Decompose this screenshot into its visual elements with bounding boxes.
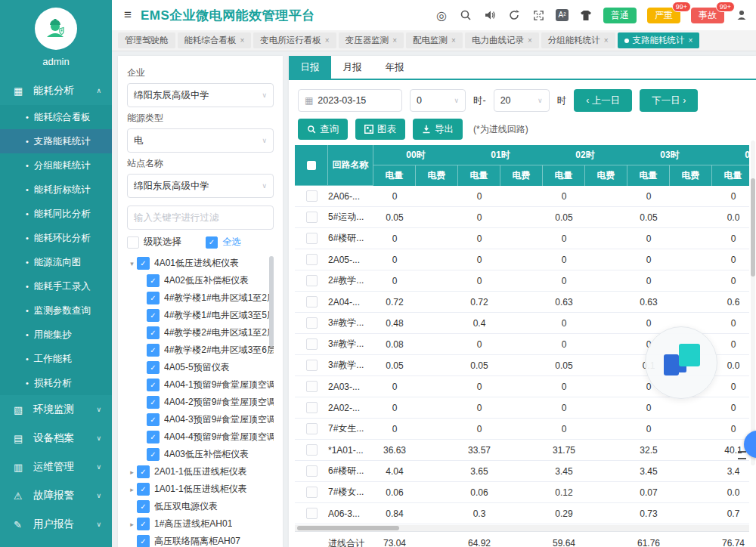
tree-checkbox[interactable]: ✓ (147, 379, 160, 391)
table-row[interactable]: *1A01-... 36.6333.5731.7532.540.1 (295, 440, 749, 461)
table-row[interactable]: 6#楼研... 4.043.653.453.453.4 (295, 461, 749, 482)
submenu-item[interactable]: 能耗折标统计 (0, 178, 112, 202)
row-checkbox[interactable] (306, 444, 318, 456)
query-button[interactable]: 查询 (298, 119, 348, 140)
page-tab[interactable]: 变压器监测 × (339, 32, 404, 48)
tree-checkbox[interactable]: ✓ (147, 431, 160, 443)
tree-row[interactable]: ✓ 4A04-2预留9#食堂屋顶空调机组仪表 (127, 394, 274, 411)
tree-checkbox[interactable]: ✓ (147, 292, 160, 304)
table-row[interactable]: 2A06-... 00000 (295, 186, 749, 207)
menu-group-header[interactable]: ▦ 能耗分析 ∧ (0, 76, 112, 105)
report-tab[interactable]: 日报 (289, 56, 331, 79)
page-tab[interactable]: 配电监测 × (406, 32, 463, 48)
close-icon[interactable]: × (451, 32, 456, 48)
tree-expander-icon[interactable]: ▾ (127, 260, 137, 267)
vertical-scrollbar[interactable] (751, 141, 755, 465)
submenu-item[interactable]: 能源流向图 (0, 250, 112, 274)
table-row[interactable]: 7#女生... 00000 (295, 419, 749, 440)
chart-button[interactable]: 图表 (355, 119, 405, 140)
row-checkbox[interactable] (306, 508, 318, 519)
tree-row[interactable]: ✓ 4#教学楼1#电井区域1至2层动力仪表 (127, 289, 274, 307)
report-tab[interactable]: 月报 (331, 56, 373, 79)
tree-row[interactable]: ▸ ✓ 1A01-1低压进线柜仪表 (127, 481, 274, 498)
date-picker[interactable]: ▦ 2023-03-15 (298, 89, 402, 112)
search-icon[interactable] (459, 8, 472, 22)
row-checkbox[interactable] (306, 465, 318, 477)
menu-group-header[interactable]: ⚙ 系统运行 ∨ (0, 539, 112, 547)
submenu-item[interactable]: 损耗分析 (0, 371, 112, 395)
tree-row[interactable]: ✓ 低压双电源仪表 (127, 498, 274, 515)
table-row[interactable]: 2A02-... 00000 (295, 397, 749, 419)
menu-group-header[interactable]: ▥ 运维管理 ∨ (0, 453, 112, 481)
close-icon[interactable]: × (392, 32, 397, 48)
submenu-item[interactable]: 能耗手工录入 (0, 274, 112, 298)
menu-group-header[interactable]: ▧ 环境监测 ∨ (0, 395, 112, 424)
hour-from-select[interactable]: 0∨ (410, 89, 466, 112)
header-checkbox-cell[interactable] (295, 145, 328, 186)
tree-expander-icon[interactable]: ▸ (127, 468, 137, 476)
table-row[interactable]: 2#教学... 00000 (295, 270, 749, 292)
tree-row[interactable]: ✓ 4A05-5预留仪表 (127, 359, 274, 376)
row-checkbox[interactable] (306, 381, 318, 392)
row-checkbox[interactable] (306, 254, 318, 265)
status-badge-severe[interactable]: 严重99+ (647, 8, 680, 23)
page-tab[interactable]: 分组能耗统计 × (541, 32, 615, 48)
next-day-button[interactable]: 下一日 › (640, 89, 698, 112)
tree-checkbox[interactable]: ✓ (147, 274, 160, 287)
close-icon[interactable]: × (528, 32, 532, 48)
tree-scrollbar[interactable] (269, 256, 274, 347)
tree-row[interactable]: ✓ 4A04-3预留9#食堂屋顶空调机组仪表 (127, 411, 274, 428)
submenu-item[interactable]: 支路能耗统计 (0, 129, 112, 153)
menu-group-header[interactable]: ⚠ 故障报警 ∨ (0, 481, 112, 510)
select-all[interactable]: ✓ 全选 (206, 236, 241, 249)
row-checkbox[interactable] (306, 338, 318, 350)
keyword-filter-input[interactable]: 输入关键字进行过滤 (127, 206, 274, 230)
tree-row[interactable]: ✓ 4#教学楼2#电井区域3至6层动力仪表 (127, 341, 274, 359)
row-checkbox[interactable] (306, 212, 318, 223)
tree-checkbox[interactable]: ✓ (147, 448, 160, 461)
submenu-item[interactable]: 监测参数查询 (0, 298, 112, 323)
select-all-rows-checkbox[interactable] (307, 161, 316, 170)
fullscreen-icon[interactable] (531, 8, 545, 22)
submenu-item[interactable]: 用能集抄 (0, 323, 112, 347)
table-row[interactable]: A06-3... 0.840.30.290.730.7 (295, 503, 749, 524)
row-checkbox[interactable] (306, 233, 318, 244)
page-tab[interactable]: 支路能耗统计 × (618, 32, 700, 48)
status-badge-normal[interactable]: 普通 (603, 8, 637, 23)
table-row[interactable]: 2A04-... 0.720.720.630.630.6 (295, 292, 749, 313)
avatar[interactable] (35, 8, 77, 50)
tree-expander-icon[interactable]: ▸ (127, 486, 137, 493)
tree-row[interactable]: ✓ 4#教学楼1#电井区域3至5层动力仪表 (127, 307, 274, 324)
close-icon[interactable]: × (604, 32, 609, 48)
tree-row[interactable]: ✓ 高压联络隔离柜AH07 (127, 533, 274, 547)
table-row[interactable]: 7#楼女... 0.060.060.120.070.0 (295, 482, 749, 503)
cascade-checkbox[interactable] (127, 236, 139, 249)
site-select[interactable]: 绵阳东辰高级中学∨ (127, 174, 274, 198)
energy-type-select[interactable]: 电∨ (127, 128, 274, 153)
tree-checkbox[interactable]: ✓ (147, 309, 160, 322)
tree-checkbox[interactable]: ✓ (137, 535, 150, 547)
row-checkbox[interactable] (306, 402, 318, 413)
row-checkbox[interactable] (306, 487, 318, 498)
volume-icon[interactable] (483, 8, 497, 22)
report-tab[interactable]: 年报 (373, 56, 416, 79)
close-icon[interactable]: × (240, 32, 245, 48)
translate-icon[interactable]: A² (556, 9, 569, 21)
enterprise-select[interactable]: 绵阳东辰高级中学∨ (127, 83, 274, 107)
tree-checkbox[interactable]: ✓ (137, 465, 150, 478)
tree-row[interactable]: ✓ 4#教学楼2#电井区域1至2层动力仪表 (127, 324, 274, 341)
tree-checkbox[interactable]: ✓ (137, 518, 150, 530)
page-tab[interactable]: 变电所运行看板 × (253, 32, 336, 48)
table-row[interactable]: 6#楼研... 00000 (295, 228, 749, 249)
tree-checkbox[interactable]: ✓ (137, 483, 150, 496)
tree-checkbox[interactable]: ✓ (147, 361, 160, 374)
row-checkbox[interactable] (306, 423, 318, 434)
submenu-item[interactable]: 工作能耗 (0, 347, 112, 371)
tree-row[interactable]: ✓ 4A02低压补偿柜仪表 (127, 272, 274, 289)
user-icon[interactable] (735, 8, 748, 22)
tree-row[interactable]: ✓ 4A04-1预留9#食堂屋顶空调机组仪表 (127, 376, 274, 394)
tree-checkbox[interactable]: ✓ (147, 326, 160, 339)
tree-row[interactable]: ✓ 4A03低压补偿柜仪表 (127, 446, 274, 463)
vertical-scrollbar-thumb[interactable] (751, 178, 755, 277)
export-button[interactable]: 导出 (413, 119, 463, 140)
